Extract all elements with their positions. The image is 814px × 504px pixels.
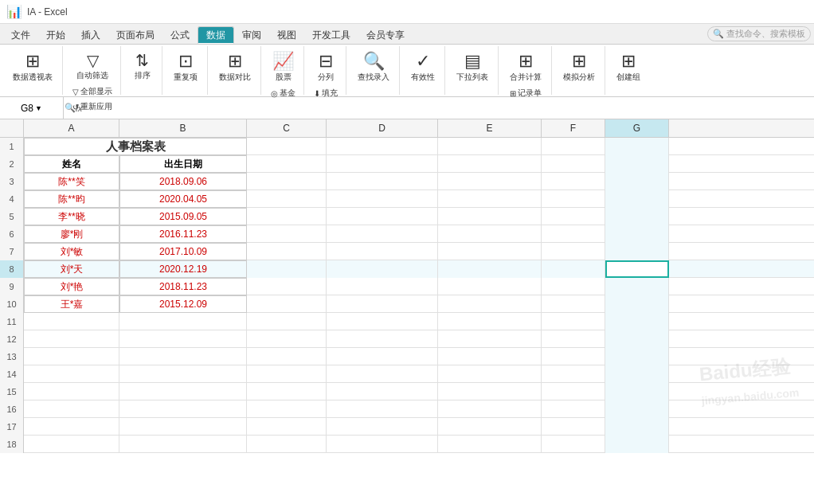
cell-e3[interactable]: [438, 173, 542, 190]
cell-A15[interactable]: [24, 383, 119, 400]
cell-f1[interactable]: [542, 138, 605, 155]
merge-calc-btn[interactable]: ⊞ 合并计算: [505, 48, 546, 86]
cell-b5[interactable]: 2015.09.05: [119, 208, 247, 225]
show-all-btn[interactable]: ▽ 全部显示: [69, 84, 115, 99]
cell-f3[interactable]: [542, 173, 605, 190]
cell-b4[interactable]: 2020.04.05: [119, 190, 247, 208]
cell-A12[interactable]: [24, 330, 119, 348]
autofilter-btn[interactable]: ▽ 自动筛选: [72, 48, 113, 84]
cell-D15[interactable]: [327, 383, 438, 400]
cell-a1[interactable]: 人事档案表: [24, 138, 247, 155]
cell-f8[interactable]: [542, 260, 605, 278]
col-header-a[interactable]: A: [24, 119, 119, 137]
cell-B14[interactable]: [119, 365, 247, 383]
cell-c7[interactable]: [247, 243, 327, 260]
row-num-13[interactable]: 13: [0, 348, 24, 365]
cell-E13[interactable]: [438, 348, 542, 365]
col-header-e[interactable]: E: [438, 119, 542, 137]
cell-F15[interactable]: [542, 383, 605, 400]
cell-b7[interactable]: 2017.10.09: [119, 243, 247, 260]
dropdown-btn[interactable]: ▤ 下拉列表: [452, 48, 493, 86]
cell-c4[interactable]: [247, 190, 327, 208]
cell-g5[interactable]: [605, 208, 669, 225]
cell-C11[interactable]: [247, 313, 327, 330]
cell-C17[interactable]: [247, 418, 327, 436]
row-num-10[interactable]: 10: [0, 295, 24, 313]
cell-e5[interactable]: [438, 208, 542, 225]
cell-c5[interactable]: [247, 208, 327, 225]
cell-C14[interactable]: [247, 365, 327, 383]
cell-G11[interactable]: [605, 313, 669, 330]
row-num-17[interactable]: 17: [0, 418, 24, 436]
cell-G12[interactable]: [605, 330, 669, 348]
tab-data[interactable]: 数据: [198, 26, 234, 44]
row-num-1[interactable]: 1: [0, 138, 24, 155]
cell-g4[interactable]: [605, 190, 669, 208]
cell-a5[interactable]: 李**晓: [24, 208, 119, 225]
tab-review[interactable]: 审阅: [234, 26, 269, 44]
cell-d2[interactable]: [327, 155, 438, 173]
cell-g2[interactable]: [605, 155, 669, 173]
cell-c9[interactable]: [247, 278, 327, 295]
cell-d3[interactable]: [327, 173, 438, 190]
tab-vip[interactable]: 会员专享: [358, 26, 413, 44]
cell-A13[interactable]: [24, 348, 119, 365]
row-num-7[interactable]: 7: [0, 243, 24, 260]
tab-insert[interactable]: 插入: [73, 26, 108, 44]
cell-D13[interactable]: [327, 348, 438, 365]
cell-A14[interactable]: [24, 365, 119, 383]
cell-f6[interactable]: [542, 225, 605, 243]
data-compare-btn[interactable]: ⊞ 数据对比: [214, 48, 256, 86]
dropdown-arrow[interactable]: ▼: [35, 104, 42, 112]
row-num-2[interactable]: 2: [0, 155, 24, 173]
cell-g6[interactable]: [605, 225, 669, 243]
cell-d10[interactable]: [327, 295, 438, 313]
cell-C15[interactable]: [247, 383, 327, 400]
cell-a10[interactable]: 王*嘉: [24, 295, 119, 313]
cell-A16[interactable]: [24, 400, 119, 418]
cell-a2[interactable]: 姓名: [24, 155, 119, 173]
cell-a3[interactable]: 陈**笑: [24, 173, 119, 190]
cell-e8[interactable]: [438, 260, 542, 278]
cell-C13[interactable]: [247, 348, 327, 365]
cell-e4[interactable]: [438, 190, 542, 208]
cell-A17[interactable]: [24, 418, 119, 436]
cell-d1[interactable]: [327, 138, 438, 155]
cell-B12[interactable]: [119, 330, 247, 348]
cell-D11[interactable]: [327, 313, 438, 330]
cell-g3[interactable]: [605, 173, 669, 190]
cell-F14[interactable]: [542, 365, 605, 383]
tab-view[interactable]: 视图: [269, 26, 304, 44]
tab-dev[interactable]: 开发工具: [304, 26, 358, 44]
cell-b8[interactable]: 2020.12.19: [119, 260, 247, 278]
row-num-8[interactable]: 8: [0, 260, 24, 278]
cell-f4[interactable]: [542, 190, 605, 208]
tab-formula[interactable]: 公式: [162, 26, 198, 44]
cell-D18[interactable]: [327, 436, 438, 453]
row-num-15[interactable]: 15: [0, 383, 24, 400]
cell-ref-box[interactable]: G8 ▼: [0, 97, 64, 119]
cell-E17[interactable]: [438, 418, 542, 436]
row-num-3[interactable]: 3: [0, 173, 24, 190]
validity-btn[interactable]: ✓ 有效性: [406, 48, 440, 86]
cell-C18[interactable]: [247, 436, 327, 453]
cell-a4[interactable]: 陈**昀: [24, 190, 119, 208]
cell-e1[interactable]: [438, 138, 542, 155]
cell-f9[interactable]: [542, 278, 605, 295]
cell-g9[interactable]: [605, 278, 669, 295]
cell-g8[interactable]: [605, 260, 669, 278]
col-header-g[interactable]: G: [605, 119, 669, 137]
cell-c10[interactable]: [247, 295, 327, 313]
cell-B17[interactable]: [119, 418, 247, 436]
cell-e6[interactable]: [438, 225, 542, 243]
cell-d8[interactable]: [327, 260, 438, 278]
cell-a7[interactable]: 刘*敏: [24, 243, 119, 260]
cell-A11[interactable]: [24, 313, 119, 330]
cell-a6[interactable]: 廖*刚: [24, 225, 119, 243]
cell-E11[interactable]: [438, 313, 542, 330]
col-header-c[interactable]: C: [247, 119, 327, 137]
find-input-btn[interactable]: 🔍 查找录入: [353, 48, 394, 86]
fund-btn[interactable]: ◎ 基金: [268, 86, 299, 100]
row-num-18[interactable]: 18: [0, 436, 24, 453]
cell-g7[interactable]: [605, 243, 669, 260]
